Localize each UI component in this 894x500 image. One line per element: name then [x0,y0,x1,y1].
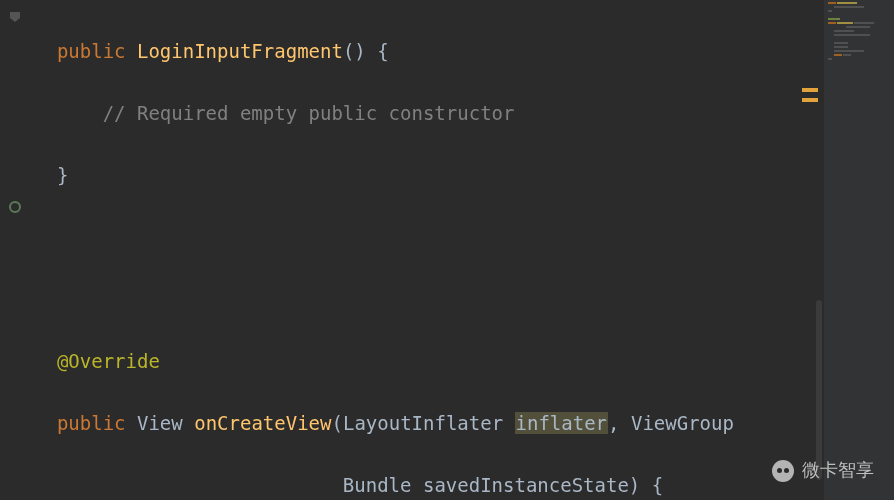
warning-indicator-2[interactable] [802,98,818,102]
keyword-public: public [57,40,126,62]
wechat-icon [772,460,794,482]
override-annotation: @Override [57,350,160,372]
warning-indicator-1[interactable] [802,88,818,92]
watermark: 微卡智享 [772,455,874,486]
param-inflater-highlighted: inflater [515,412,609,434]
code-content: public LoginInputFragment() { // Require… [0,5,810,500]
return-type: View [137,412,183,434]
constructor-name: LoginInputFragment [137,40,343,62]
type-layoutinflater: LayoutInflater [343,412,503,434]
close-brace: } [57,164,68,186]
minimap-content [824,0,894,64]
comment-constructor: // Required empty public constructor [103,102,515,124]
method-oncreateview: onCreateView [194,412,331,434]
minimap[interactable] [824,0,894,500]
code-editor[interactable]: public LoginInputFragment() { // Require… [0,0,810,500]
param-savedstate: savedInstanceState [423,474,629,496]
type-viewgroup: ViewGroup [631,412,734,434]
keyword-public-2: public [57,412,126,434]
scrollbar-thumb[interactable] [816,300,822,480]
parens-brace: () { [343,40,389,62]
type-bundle: Bundle [343,474,412,496]
watermark-text: 微卡智享 [802,455,874,486]
